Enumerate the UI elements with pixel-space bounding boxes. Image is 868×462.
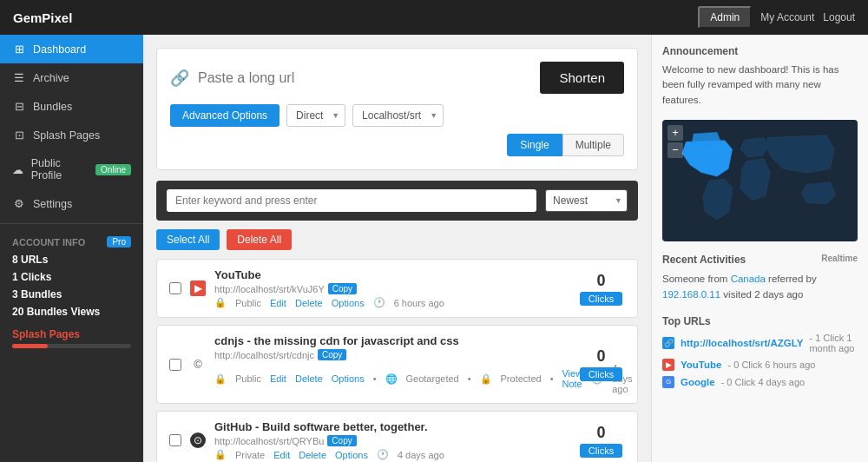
url-type-icon: G	[662, 376, 674, 388]
edit-link[interactable]: Edit	[273, 450, 290, 460]
lock-icon: 🔒	[214, 449, 227, 460]
sidebar-item-splash-pages[interactable]: ⊡ Splash Pages	[0, 121, 143, 149]
single-toggle[interactable]: Single	[507, 134, 562, 156]
top-url-item: ▶ YouTube - 0 Click 6 hours ago	[662, 359, 858, 371]
url-item-title: cdnjs - the missing cdn for javascript a…	[214, 334, 569, 347]
advanced-options-button[interactable]: Advanced Options	[170, 104, 279, 127]
zoom-in-button[interactable]: +	[667, 125, 683, 141]
search-input[interactable]	[167, 189, 536, 212]
top-urls-title: Top URLs	[662, 315, 858, 327]
clicks-button[interactable]: Clicks	[580, 444, 622, 458]
filter-select[interactable]: Newest Oldest Most Clicks Least Clicks	[545, 189, 628, 212]
activity-ip-link[interactable]: 192.168.0.11	[662, 289, 720, 300]
sidebar-item-bundles[interactable]: ⊟ Bundles	[0, 92, 143, 121]
top-url-item: 🔗 http://localhost/srt/AZGLY - 1 Click 1…	[662, 333, 858, 353]
domain-select-wrapper: Localhost/srt	[352, 104, 444, 127]
edit-link[interactable]: Edit	[270, 298, 286, 308]
announcement-text: Welcome to new dashboard! This is has be…	[662, 63, 858, 108]
home-icon: ⊞	[12, 43, 26, 56]
recent-activities-title: Recent Activities Realtime	[662, 254, 858, 266]
url-item-meta: 🔒 Public Edit Delete Options 🕐 6 hours a…	[214, 297, 569, 308]
select-all-button[interactable]: Select All	[156, 229, 220, 250]
recent-activity-text: Someone from Canada referred by 192.168.…	[662, 271, 858, 303]
delete-link[interactable]: Delete	[295, 373, 323, 384]
clock-icon: 🕐	[377, 449, 389, 460]
admin-button[interactable]: Admin	[698, 6, 752, 29]
url-list-item: © cdnjs - the missing cdn for javascript…	[156, 325, 638, 404]
top-url-meta: - 1 Click 1 month ago	[809, 333, 858, 353]
archive-icon: ☰	[12, 71, 26, 84]
map-container: + −	[662, 120, 858, 241]
options-link[interactable]: Options	[332, 373, 365, 384]
sidebar-item-dashboard[interactable]: ⊞ Dashboard	[0, 35, 143, 63]
splash-bar-bg	[12, 344, 131, 348]
shorten-button[interactable]: Shorten	[540, 62, 624, 94]
logo: GemPixel	[13, 10, 72, 25]
activity-country-link[interactable]: Canada	[731, 274, 766, 284]
url-type-icon: ▶	[662, 359, 674, 371]
top-urls-section: Top URLs 🔗 http://localhost/srt/AZGLY - …	[662, 315, 858, 388]
sidebar-item-label: Dashboard	[33, 43, 86, 56]
splash-section: Splash Pages	[0, 320, 143, 352]
sidebar-item-settings[interactable]: ⚙ Settings	[0, 189, 143, 218]
youtube-icon: ▶	[190, 280, 206, 296]
recent-activities-section: Recent Activities Realtime Someone from …	[662, 254, 858, 303]
url-input[interactable]	[198, 70, 531, 86]
sidebar-item-label: Settings	[33, 198, 72, 210]
clicks-button[interactable]: Clicks	[580, 367, 622, 381]
url-box: 🔗 Shorten Advanced Options Direct Localh…	[156, 48, 638, 170]
shield-icon: 🔒	[480, 373, 492, 385]
sidebar-item-archive[interactable]: ☰ Archive	[0, 63, 143, 92]
url-item-meta: 🔒 Private Edit Delete Options 🕐 4 days a…	[214, 449, 569, 460]
url-item-checkbox[interactable]	[169, 282, 181, 294]
pro-badge: Pro	[107, 236, 131, 248]
account-info-header: Account Info Pro	[0, 229, 143, 251]
link-icon: 🔗	[170, 69, 189, 88]
layout: ⊞ Dashboard ☰ Archive ⊟ Bundles ⊡ Splash…	[0, 35, 868, 462]
url-item-title: GitHub - Build software better, together…	[214, 420, 569, 433]
url-item-body: cdnjs - the missing cdn for javascript a…	[214, 334, 569, 394]
sidebar-divider	[0, 223, 143, 224]
toggle-row: Single Multiple	[170, 134, 624, 156]
top-url-link[interactable]: http://localhost/srt/AZGLY	[681, 338, 803, 348]
delete-all-button[interactable]: Delete All	[227, 229, 292, 250]
url-item-short: http://localhost/srt/kVuJ6Y Copy	[214, 283, 569, 294]
url-item-checkbox[interactable]	[169, 359, 181, 371]
top-url-meta: - 0 Click 6 hours ago	[727, 360, 815, 370]
edit-link[interactable]: Edit	[270, 373, 286, 384]
url-item-checkbox[interactable]	[169, 434, 181, 446]
account-info-label: Account Info	[12, 237, 85, 248]
options-link[interactable]: Options	[335, 450, 368, 460]
direct-select[interactable]: Direct	[286, 104, 345, 127]
options-link[interactable]: Options	[332, 298, 365, 308]
copy-badge[interactable]: Copy	[328, 283, 357, 294]
lock-icon: 🔒	[214, 297, 227, 308]
url-item-short: http://localhost/srt/QRYBu Copy	[214, 435, 569, 446]
domain-select[interactable]: Localhost/srt	[352, 104, 444, 127]
announcement-title: Announcement	[662, 45, 858, 57]
url-item-title: YouTube	[214, 268, 569, 281]
splash-pages-link[interactable]: Splash Pages	[12, 328, 80, 340]
sidebar-item-public-profile[interactable]: ☁ Public Profile Online	[0, 149, 143, 189]
url-type-icon: 🔗	[662, 337, 674, 349]
url-list-item: ⊙ GitHub - Build software better, togeth…	[156, 411, 638, 462]
url-input-row: 🔗 Shorten	[170, 62, 624, 94]
copy-badge[interactable]: Copy	[327, 435, 356, 446]
top-url-link[interactable]: YouTube	[681, 360, 721, 370]
url-list-item: ▶ YouTube http://localhost/srt/kVuJ6Y Co…	[156, 259, 638, 318]
sidebar-item-label: Splash Pages	[33, 129, 100, 142]
online-badge: Online	[95, 164, 131, 175]
top-url-link[interactable]: Google	[681, 377, 715, 387]
delete-link[interactable]: Delete	[299, 450, 326, 460]
zoom-out-button[interactable]: −	[667, 142, 683, 158]
url-item-short: http://localhost/srt/cdnjc Copy	[214, 349, 569, 360]
logout-link[interactable]: Logout	[823, 11, 855, 23]
url-item-stats: 0 Clicks	[577, 272, 625, 306]
clicks-button[interactable]: Clicks	[580, 292, 622, 306]
multiple-toggle[interactable]: Multiple	[562, 134, 624, 156]
delete-link[interactable]: Delete	[295, 298, 323, 308]
copy-badge[interactable]: Copy	[318, 349, 346, 360]
url-item-meta: 🔒 Public Edit Delete Options • 🌐 Geotarg…	[214, 363, 569, 394]
my-account-link[interactable]: My Account	[760, 11, 814, 23]
header-right: Admin My Account Logout	[698, 6, 855, 29]
